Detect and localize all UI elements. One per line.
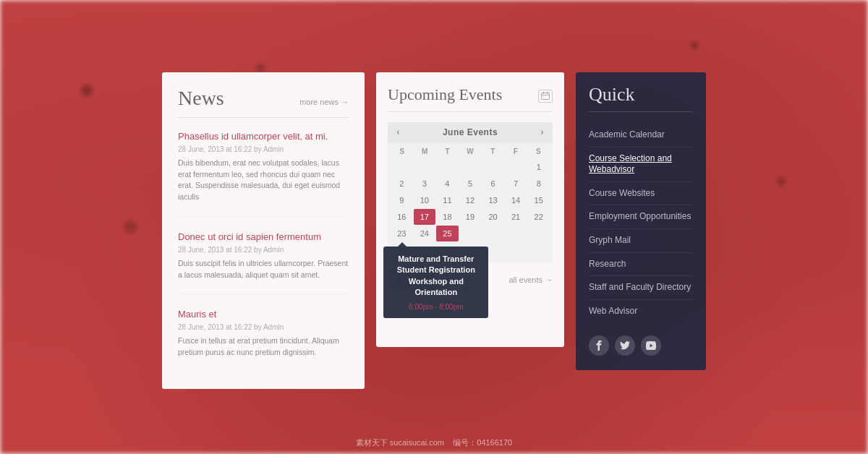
quick-link-course-selection[interactable]: Course Selection and Webadvisor [589,153,693,176]
quick-link-course-websites[interactable]: Course Websites [589,188,693,200]
quick-link-item-2: Course Selection and Webadvisor [589,147,693,182]
news-item-2-body: Duis suscipit felis in ultricies ullamco… [178,258,349,281]
more-news-link[interactable]: more news → [299,98,349,106]
weekday-t1: T [436,145,459,158]
event-tooltip: Mature and Transfer Student Registration… [383,247,488,318]
cal-day-14[interactable]: 14 [505,192,527,208]
cal-day-empty [505,159,527,175]
cal-day-4[interactable]: 4 [436,176,459,192]
cal-day-15[interactable]: 15 [527,192,550,208]
cal-day-6[interactable]: 6 [482,176,504,192]
cal-day-3[interactable]: 3 [414,176,436,192]
all-events-link[interactable]: all events → [509,275,553,284]
cal-day-1[interactable]: 1 [527,159,550,175]
news-item-3-body: Fusce in tellus at erat pretium tincidun… [178,335,349,359]
cal-day-empty [505,226,527,241]
cal-day-empty [436,159,459,175]
cal-month-label: June Events [443,127,498,137]
calendar-widget: Upcoming Events ‹ June Events › S M T W [376,72,564,347]
twitter-icon[interactable] [615,335,635,356]
cal-day-7[interactable]: 7 [505,176,527,192]
cal-day-8[interactable]: 8 [527,176,550,192]
weekday-t2: T [482,145,504,158]
quick-link-web-advisor[interactable]: Web Advisor [589,306,693,317]
calendar-title: Upcoming Events [388,85,502,104]
news-item-2-meta: 28 June, 2013 at 16:22 by Admin [178,246,349,254]
weekday-m: M [413,145,435,158]
cal-day-empty [459,159,482,175]
cal-day-empty [459,226,482,241]
svg-rect-0 [542,93,550,100]
cal-day-empty [482,226,504,241]
quick-link-item-7: Staff and Faculty Directory [589,276,693,300]
cal-weekdays: S M T W T F S [391,145,550,158]
quick-link-employment[interactable]: Employment Opportunities [589,211,693,223]
news-item-1-title[interactable]: Phasellus id ullamcorper velit, at mi. [178,131,349,143]
calendar-header: Upcoming Events [388,85,553,112]
news-item-1: Phasellus id ullamcorper velit, at mi. 2… [178,131,349,217]
cal-day-20[interactable]: 20 [482,209,504,225]
quick-widget: Quick Academic Calendar Course Selection… [576,72,706,370]
cal-days: 1 2 3 4 5 6 7 8 9 10 11 12 13 14 15 16 1… [391,159,550,258]
cal-day-25[interactable]: 25 [436,226,459,241]
news-item-1-meta: 28 June, 2013 at 16:22 by Admin [178,145,349,153]
weekday-w: W [459,145,481,158]
news-item-2: Donec ut orci id sapien fermentum 28 Jun… [178,231,349,294]
news-item-2-title[interactable]: Donec ut orci id sapien fermentum [178,231,349,244]
cal-grid: S M T W T F S 1 2 3 4 5 [388,142,553,262]
cal-day-empty [391,159,413,175]
news-item-3-meta: 28 June, 2013 at 16:22 by Admin [178,323,349,331]
tooltip-title: Mature and Transfer Student Registration… [392,254,480,299]
quick-link-item-3: Course Websites [589,182,693,206]
quick-title: Quick [589,84,693,112]
cal-day-17[interactable]: 17 [414,209,436,225]
cal-day-16[interactable]: 16 [391,209,413,225]
youtube-icon[interactable] [641,335,661,356]
facebook-icon[interactable] [589,335,609,356]
cal-day-empty [482,159,504,175]
quick-link-item-6: Research [589,253,693,277]
weekday-s1: S [391,145,413,158]
cal-day-19[interactable]: 19 Mature and Transfer Student Registrat… [459,209,482,225]
watermark: 素材天下 sucaisucai.com 编号：04166170 [0,437,868,448]
calendar-icon[interactable] [538,90,553,103]
cal-day-empty [505,242,527,258]
quick-link-item-4: Employment Opportunities [589,205,693,229]
social-icons [589,335,693,356]
quick-link-item-8: Web Advisor [589,300,693,323]
prev-month-btn[interactable]: ‹ [393,127,403,138]
cal-day-18[interactable]: 18 [436,209,459,225]
weekday-f: F [504,145,527,158]
cal-day-empty [527,226,550,241]
cal-day-10[interactable]: 10 [414,192,436,208]
cal-day-empty [414,159,436,175]
quick-link-research[interactable]: Research [589,259,693,270]
cal-day-2[interactable]: 2 [391,176,413,192]
weekday-s2: S [527,145,550,158]
cal-day-12[interactable]: 12 [459,192,482,208]
cal-day-13[interactable]: 13 [482,192,504,208]
news-item-3-title[interactable]: Mauris et [178,309,349,321]
news-title: News [178,87,224,110]
quick-link-staff-faculty[interactable]: Staff and Faculty Directory [589,282,693,294]
cal-day-21[interactable]: 21 [505,209,527,225]
news-item-1-body: Duis bibendum, erat nec volutpat sodales… [178,158,349,203]
cal-day-22[interactable]: 22 [527,209,550,225]
news-widget: News more news → Phasellus id ullamcorpe… [162,72,365,389]
next-month-btn[interactable]: › [537,127,547,138]
quick-links: Academic Calendar Course Selection and W… [589,124,693,322]
quick-link-item-5: Gryph Mail [589,229,693,253]
cal-day-empty [527,242,550,258]
news-header: News more news → [178,87,349,118]
cal-day-24[interactable]: 24 [414,226,436,241]
quick-link-academic-calendar[interactable]: Academic Calendar [589,129,693,141]
cal-day-23[interactable]: 23 [391,226,413,241]
quick-link-gryph-mail[interactable]: Gryph Mail [589,235,693,247]
cal-nav: ‹ June Events › [388,122,553,142]
quick-link-item-1: Academic Calendar [589,124,693,147]
widgets-container: News more news → Phasellus id ullamcorpe… [0,0,868,411]
cal-day-9[interactable]: 9 [391,192,413,208]
tooltip-time: 6:00pm - 8:00pm [392,303,480,311]
cal-day-11[interactable]: 11 [436,192,459,208]
cal-day-5[interactable]: 5 [459,176,482,192]
